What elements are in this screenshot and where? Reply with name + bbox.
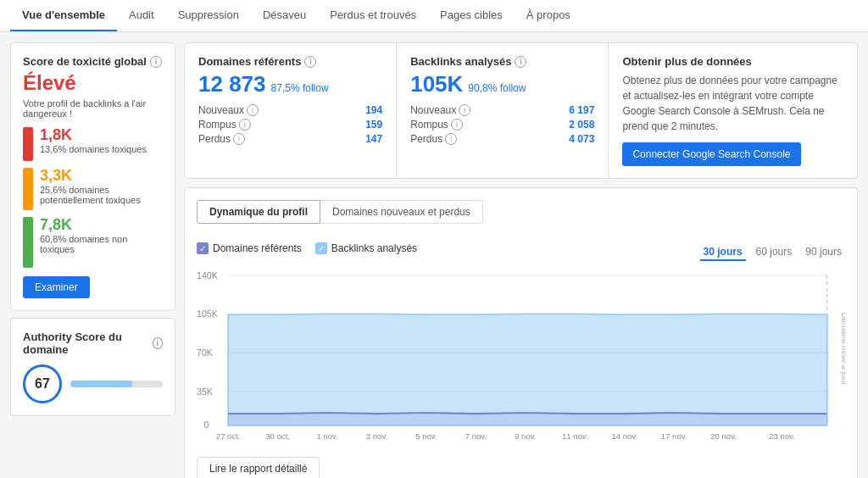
backlinks-new-info-icon[interactable]: i [459, 104, 470, 116]
chart-svg: 140K 105K 70K 35K 0 [197, 268, 845, 448]
svg-text:27 oct.: 27 oct. [216, 431, 241, 441]
domains-new-info-icon[interactable]: i [247, 104, 259, 116]
svg-text:30 oct.: 30 oct. [265, 431, 290, 441]
backlinks-area [228, 314, 827, 425]
detail-button[interactable]: Lire le rapport détaillé [197, 457, 320, 479]
backlinks-lost-info-icon[interactable]: i [445, 133, 457, 145]
svg-text:9 nov.: 9 nov. [515, 431, 536, 441]
domains-rows: Nouveaux i 194 Rompus i 159 [198, 104, 382, 145]
domains-area [228, 413, 827, 425]
main-content: Score de toxicité global i Élevé Votre p… [0, 32, 868, 478]
svg-text:35K: 35K [197, 386, 213, 397]
svg-text:17 nov.: 17 nov. [661, 431, 687, 441]
examine-button[interactable]: Examiner [23, 276, 90, 298]
nav-bar: Vue d'ensemble Audit Suppression Désaveu… [0, 0, 868, 32]
promo-title: Obtenir plus de données [622, 55, 843, 68]
tab-vue-ensemble[interactable]: Vue d'ensemble [10, 0, 117, 31]
chart-tab-dynamique[interactable]: Dynamique du profil [197, 200, 320, 224]
domains-broken-info-icon[interactable]: i [239, 119, 251, 131]
period-30[interactable]: 30 jours [700, 244, 746, 261]
chart-tab-nouveaux-perdus[interactable]: Domaines nouveaux et perdus [320, 200, 483, 224]
tab-a-propos[interactable]: À propos [515, 0, 582, 31]
svg-text:70K: 70K [197, 347, 213, 358]
backlinks-label: Backlinks analysés i [410, 55, 594, 68]
domains-follow: 87,5% follow [271, 82, 329, 94]
backlinks-info-icon[interactable]: i [515, 56, 526, 68]
chart-header: Dynamique du profil Domaines nouveaux et… [197, 200, 845, 234]
domains-broken-val: 159 [365, 119, 382, 131]
chart-legend-period-row: ✓ Domaines référents ✓ Backlinks analysé… [197, 242, 845, 263]
tox-row-red: 1,8K 13,6% domaines toxiques [23, 127, 163, 161]
toxicity-title: Score de toxicité global i [23, 55, 163, 68]
tox-value-green: 7,8K [40, 217, 163, 234]
left-panel: Score de toxicité global i Élevé Votre p… [10, 42, 175, 478]
svg-text:Dernière mise à jour: Dernière mise à jour [840, 313, 845, 386]
backlinks-main: 105K 90,8% follow [410, 71, 594, 97]
score-bar-fill [70, 381, 132, 387]
svg-text:105K: 105K [197, 308, 218, 319]
authority-card: Authority Score du domaine i 67 [10, 318, 175, 416]
period-90[interactable]: 90 jours [802, 244, 845, 261]
domains-new-val: 194 [365, 104, 382, 116]
domains-lost-row: Perdus i 147 [198, 133, 382, 145]
tab-desaveu[interactable]: Désaveu [251, 0, 318, 31]
svg-text:1 nov.: 1 nov. [316, 431, 337, 441]
svg-text:11 nov.: 11 nov. [562, 431, 588, 441]
svg-text:7 nov.: 7 nov. [465, 431, 487, 441]
svg-text:14 nov.: 14 nov. [611, 431, 637, 441]
tab-audit[interactable]: Audit [117, 0, 166, 31]
tox-value-orange: 3,3K [40, 168, 163, 185]
svg-text:3 nov.: 3 nov. [366, 431, 387, 441]
domains-broken-row: Rompus i 159 [198, 119, 382, 131]
svg-text:0: 0 [204, 420, 209, 430]
backlinks-new-val: 6 197 [569, 104, 594, 116]
right-panel: Domaines référents i 12 873 87,5% follow… [184, 42, 858, 478]
backlinks-new-row: Nouveaux i 6 197 [410, 104, 594, 116]
backlinks-follow: 90,8% follow [468, 82, 526, 94]
chart-period-row: 30 jours 60 jours 90 jours [700, 244, 845, 261]
svg-text:5 nov.: 5 nov. [415, 431, 437, 441]
tox-pct-green: 60,8% domaines non toxiques [40, 234, 163, 254]
chart-area: 140K 105K 70K 35K 0 [197, 268, 845, 448]
tox-pct-red: 13,6% domaines toxiques [40, 144, 163, 154]
backlinks-rows: Nouveaux i 6 197 Rompus i 2 058 [410, 104, 594, 145]
svg-text:140K: 140K [197, 270, 218, 281]
legend-backlinks: ✓ Backlinks analysés [315, 242, 417, 254]
period-60[interactable]: 60 jours [753, 244, 796, 261]
tox-pct-orange: 25,6% domaines potentiellement toxiques [40, 185, 163, 205]
toxicity-info-icon[interactable]: i [150, 56, 162, 68]
legend-domains: ✓ Domaines référents [197, 242, 302, 254]
legend-backlinks-check: ✓ [315, 242, 327, 254]
connect-button[interactable]: Connecter Google Search Console [622, 142, 800, 166]
authority-info-icon[interactable]: i [153, 337, 163, 349]
chart-card: Dynamique du profil Domaines nouveaux et… [184, 187, 858, 478]
tox-row-green: 7,8K 60,8% domaines non toxiques [23, 217, 163, 268]
domains-new-row: Nouveaux i 194 [198, 104, 382, 116]
tox-row-orange: 3,3K 25,6% domaines potentiellement toxi… [23, 168, 163, 210]
toxicity-card: Score de toxicité global i Élevé Votre p… [10, 42, 175, 311]
tox-bar-red [23, 127, 33, 161]
tab-perdus-trouves[interactable]: Perdus et trouvés [318, 0, 428, 31]
svg-text:23 nov.: 23 nov. [769, 431, 795, 441]
backlinks-big: 105K [410, 71, 463, 97]
toxicity-desc: Votre profil de backlinks a l'air danger… [23, 98, 163, 119]
domains-info-icon[interactable]: i [304, 56, 316, 68]
backlinks-broken-info-icon[interactable]: i [451, 119, 463, 131]
tab-pages-cibles[interactable]: Pages cibles [428, 0, 515, 31]
svg-text:20 nov.: 20 nov. [710, 431, 737, 441]
tox-bar-green [23, 217, 33, 268]
backlinks-broken-val: 2 058 [569, 119, 594, 131]
score-circle: 67 [23, 364, 62, 403]
domains-big: 12 873 [198, 71, 266, 97]
legend-domains-check: ✓ [197, 242, 209, 254]
toxicity-level: Élevé [23, 71, 163, 95]
domains-main: 12 873 87,5% follow [198, 71, 382, 97]
backlinks-metric-box: Backlinks analysés i 105K 90,8% follow N… [397, 43, 609, 178]
backlinks-lost-row: Perdus i 4 073 [410, 133, 594, 145]
chart-tabs: Dynamique du profil Domaines nouveaux et… [197, 200, 483, 224]
domains-metric-box: Domaines référents i 12 873 87,5% follow… [185, 43, 397, 178]
tab-suppression[interactable]: Suppression [166, 0, 251, 31]
backlinks-broken-row: Rompus i 2 058 [410, 119, 594, 131]
toxicity-bars: 1,8K 13,6% domaines toxiques 3,3K 25,6% … [23, 127, 163, 268]
domains-lost-info-icon[interactable]: i [233, 133, 245, 145]
